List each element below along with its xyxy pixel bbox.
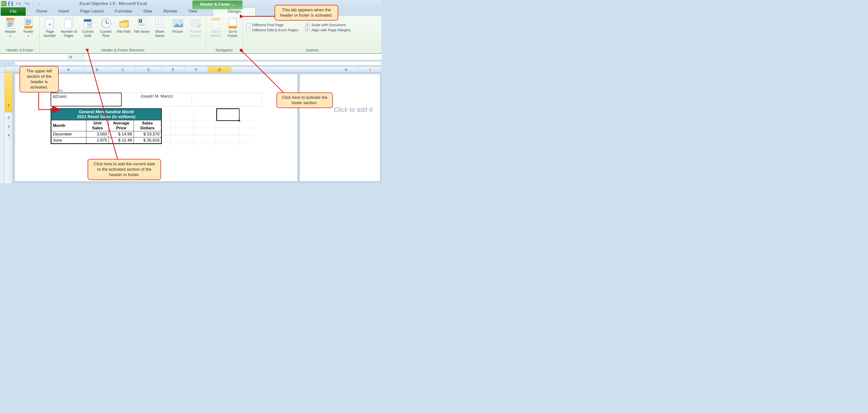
number-of-pages-icon	[63, 18, 74, 29]
goto-footer-button[interactable]: Go to Footer	[225, 18, 241, 38]
opt-scale-with-document[interactable]: Scale with Document	[305, 23, 351, 27]
clock-icon	[100, 18, 111, 29]
group-label-elements: Header & Footer Elements	[41, 48, 204, 53]
arrow-to-design-tab	[240, 13, 279, 21]
svg-text:7: 7	[88, 24, 90, 27]
group-elements: # Page Number Number of Pages 7 Current …	[40, 16, 206, 53]
goto-header-icon	[211, 18, 221, 29]
folder-icon	[118, 18, 129, 29]
row-gutter-edge	[0, 72, 5, 183]
picture-button[interactable]: Picture	[169, 18, 186, 34]
calendar-icon: 7	[83, 18, 93, 29]
row-2[interactable]: 2	[5, 114, 12, 121]
group-label-header-footer: Header & Footer	[2, 48, 37, 53]
page-number-button[interactable]: # Page Number	[41, 18, 58, 38]
opt-different-first-page[interactable]: Different First Page	[246, 23, 298, 27]
current-time-button[interactable]: Current Time	[97, 18, 114, 38]
svg-text:#: #	[49, 22, 51, 26]
svg-rect-34	[156, 19, 164, 27]
formula-input[interactable]	[84, 54, 382, 60]
file-path-button[interactable]: File Path	[116, 18, 132, 34]
svg-point-40	[180, 21, 182, 23]
ribbon: Header▼ Footer▼ Header & Footer # Page N…	[0, 16, 382, 54]
svg-line-56	[88, 51, 118, 159]
page-2[interactable]: Click to add d	[300, 74, 380, 181]
separator	[33, 1, 33, 6]
svg-rect-23	[84, 19, 91, 22]
footer-button[interactable]: Footer▼	[20, 18, 37, 38]
col-D[interactable]: D	[136, 67, 161, 72]
horizontal-ruler	[15, 61, 382, 66]
formula-bar: fx	[0, 54, 382, 60]
callout-date-note: Click here to add the current date to th…	[88, 159, 161, 180]
footer-icon	[23, 18, 34, 29]
undo-button[interactable]: ↶▾	[15, 1, 22, 6]
format-picture-button: Format Picture	[187, 18, 204, 38]
row-3[interactable]: 3	[5, 123, 12, 130]
col-I[interactable]: I	[359, 67, 382, 72]
window-title: Excel Objective 1.0 - Microsoft Excel	[80, 1, 147, 6]
col-E[interactable]: E	[161, 67, 185, 72]
svg-rect-8	[7, 26, 12, 27]
header-icon	[5, 18, 16, 29]
fx-label[interactable]: fx	[68, 54, 84, 60]
col-G[interactable]: G	[208, 67, 231, 72]
col-H[interactable]: H	[334, 67, 359, 72]
row-4[interactable]: 4	[5, 132, 12, 139]
row-1[interactable]: 1	[5, 72, 12, 112]
group-navigation: Go to Header Go to Footer Navigation	[206, 16, 243, 53]
file-name-icon: X	[136, 18, 147, 29]
svg-text:X: X	[140, 20, 141, 23]
callout-footer-note: Click here to activate the footer sectio…	[277, 93, 333, 108]
col-F[interactable]: F	[185, 67, 208, 72]
opt-different-odd-even[interactable]: Different Odd & Even Pages	[246, 28, 298, 32]
tab-home[interactable]: Home	[31, 7, 53, 15]
svg-rect-20	[64, 20, 71, 29]
svg-rect-12	[26, 21, 31, 22]
goto-header-button: Go to Header	[208, 18, 224, 38]
th-sales-dollars: Sales Dollars	[134, 120, 161, 131]
svg-rect-43	[212, 18, 220, 21]
select-all-corner[interactable]	[0, 67, 5, 72]
svg-rect-2	[9, 4, 12, 6]
svg-rect-5	[7, 22, 13, 22]
callout-tab-note: This tab appears when the header or foot…	[275, 5, 338, 21]
group-label-navigation: Navigation	[208, 48, 241, 53]
opt-align-page-margins[interactable]: Align with Page Margins	[305, 28, 351, 32]
qat-customize-button[interactable]: ▾	[37, 2, 41, 5]
tab-insert[interactable]: Insert	[53, 7, 75, 15]
svg-rect-11	[26, 20, 31, 20]
goto-footer-icon	[227, 18, 238, 29]
header-button[interactable]: Header▼	[2, 18, 19, 38]
tab-data[interactable]: Data	[138, 7, 158, 15]
tab-formulas[interactable]: Formulas	[109, 7, 138, 15]
svg-rect-32	[139, 24, 145, 25]
page-number-icon: #	[44, 18, 55, 29]
row-headers: 1 2 3 4	[5, 72, 13, 183]
svg-rect-45	[229, 26, 237, 28]
redo-button[interactable]: ↷▾	[23, 1, 30, 6]
sheet-name-button[interactable]: Sheet Name	[152, 18, 168, 38]
arrow-to-goto-footer	[240, 49, 289, 95]
sheet-icon	[154, 18, 165, 29]
header-center-section[interactable]: Joseph M. Manzo	[122, 93, 192, 106]
svg-rect-1	[9, 2, 12, 3]
file-tab[interactable]: File	[1, 7, 26, 15]
number-of-pages-button[interactable]: Number of Pages	[59, 18, 78, 38]
save-button[interactable]	[8, 1, 13, 6]
svg-rect-4	[6, 18, 14, 21]
svg-rect-33	[139, 25, 145, 26]
header-sections: &[Date] Joseph M. Manzo	[51, 93, 262, 106]
callout-header-note: The upper left section of the header is …	[20, 66, 59, 93]
svg-line-55	[242, 51, 284, 93]
group-header-footer: Header▼ Footer▼ Header & Footer	[0, 16, 40, 53]
grid-lines	[161, 108, 262, 147]
th-month: Month	[52, 120, 86, 131]
file-name-button[interactable]: X File Name	[133, 18, 150, 34]
tab-page-layout[interactable]: Page Layout	[75, 7, 109, 15]
format-picture-icon	[190, 18, 201, 29]
svg-rect-7	[7, 25, 13, 25]
current-date-button[interactable]: 7 Current Date	[80, 18, 96, 38]
tab-review[interactable]: Review	[158, 7, 183, 15]
name-box[interactable]	[0, 54, 68, 60]
